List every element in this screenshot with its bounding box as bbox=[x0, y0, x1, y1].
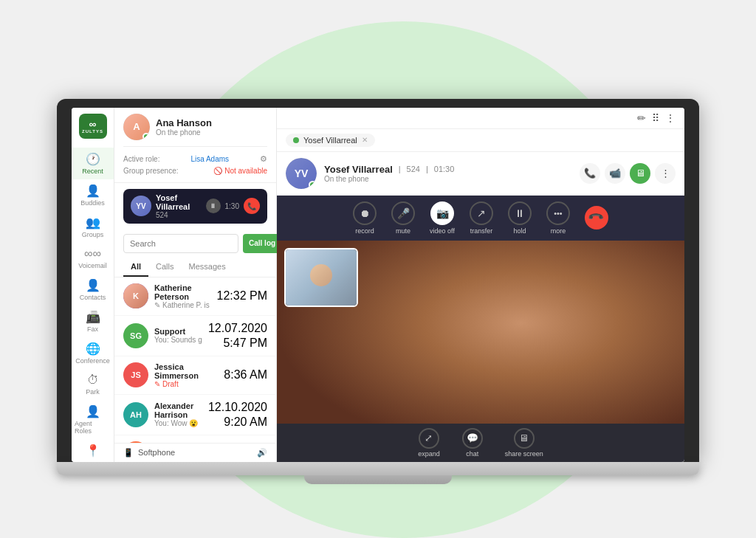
sidebar-item-label: Groups bbox=[82, 231, 104, 238]
gear-icon[interactable]: ⚙ bbox=[260, 154, 267, 164]
expand-button[interactable]: ⤢ bbox=[419, 428, 439, 449]
typing-icon: ✎ bbox=[154, 301, 160, 309]
caller-status-dot bbox=[293, 137, 299, 143]
end-call-button[interactable]: 📞 bbox=[244, 198, 260, 214]
sidebar-item-fax[interactable]: 📠 Fax bbox=[72, 306, 114, 337]
agent-roles-icon: 👤 bbox=[86, 404, 100, 418]
chat-action[interactable]: 💬 chat bbox=[462, 428, 483, 458]
hold-control[interactable]: ⏸ hold bbox=[508, 201, 532, 235]
sidebar-item-park[interactable]: ⏱ Park bbox=[72, 369, 114, 400]
hold-button[interactable]: ⏸ bbox=[508, 201, 532, 225]
sidebar-item-groups[interactable]: 👥 Groups bbox=[72, 211, 114, 243]
user-name: Ana Hanson bbox=[156, 117, 212, 128]
sidebar-item-voicemail[interactable]: ∞∞ Voicemail bbox=[72, 243, 114, 274]
expand-action[interactable]: ⤢ expand bbox=[418, 428, 440, 458]
contact-name: Alexander Harrison bbox=[154, 401, 202, 419]
contact-sub: You: Sounds good! Talk... bbox=[154, 336, 202, 344]
screen: ∞ ZULTYS 🕐 Recent 👤 Buddies 👥 G bbox=[72, 108, 684, 462]
transfer-button[interactable]: ↗ bbox=[470, 201, 493, 225]
caller-chip-label: Yosef Villarreal bbox=[303, 136, 357, 145]
sidebar-item-recent[interactable]: 🕐 Recent bbox=[72, 148, 114, 179]
sidebar-item-conference[interactable]: 🌐 Conference bbox=[72, 337, 114, 369]
contact-panel: A Ana Hanson On the phone Active role: L… bbox=[114, 108, 277, 462]
draft-icon: ✎ bbox=[154, 380, 160, 388]
list-item[interactable]: SG Support You: Sounds good! Talk... 12.… bbox=[114, 316, 276, 356]
laptop-base bbox=[57, 462, 699, 475]
video-action-button[interactable]: 📹 bbox=[605, 163, 625, 184]
phone-action-button[interactable]: 📞 bbox=[580, 163, 600, 184]
online-indicator bbox=[309, 181, 317, 189]
volume-icon[interactable]: 🔊 bbox=[257, 448, 267, 458]
list-item[interactable]: AG Alice Gordon 📞 Missed audio call 12.0… bbox=[114, 435, 276, 443]
end-call-button[interactable]: 📞 bbox=[580, 201, 613, 234]
list-item[interactable]: K Katherine Peterson ✎ Katherine P. is t… bbox=[114, 277, 276, 316]
contacts-icon: 👤 bbox=[86, 278, 100, 292]
sidebar-item-label: Agent Roles bbox=[75, 420, 111, 435]
tab-calls[interactable]: Calls bbox=[148, 258, 181, 277]
voicemail-icon: ∞∞ bbox=[84, 247, 101, 261]
caller-chip-bar: Yosef Villarreal ✕ bbox=[277, 129, 684, 152]
list-item[interactable]: AH Alexander Harrison You: Wow 😮 12.10.2… bbox=[114, 395, 276, 435]
contact-list: K Katherine Peterson ✎ Katherine P. is t… bbox=[114, 277, 276, 443]
status-indicator bbox=[142, 133, 150, 140]
transfer-control[interactable]: ↗ transfer bbox=[470, 201, 493, 235]
softphone-label: Softphone bbox=[138, 448, 175, 457]
chat-button[interactable]: 💬 bbox=[462, 428, 483, 449]
user-info: Ana Hanson On the phone bbox=[156, 117, 212, 137]
video-area bbox=[277, 241, 684, 424]
location-icon: 📍 bbox=[86, 444, 100, 458]
share-screen-action[interactable]: 🖥 share screen bbox=[505, 428, 543, 458]
tab-messages[interactable]: Messages bbox=[182, 258, 233, 277]
app-topbar: ✏ ⠿ ⋮ bbox=[277, 108, 684, 129]
active-role-label: Active role: bbox=[123, 155, 159, 163]
recent-icon: 🕐 bbox=[86, 152, 100, 166]
mute-button[interactable]: 🎤 bbox=[391, 201, 415, 225]
more-options-icon[interactable]: ⋮ bbox=[665, 112, 676, 124]
video-off-label: video off bbox=[430, 227, 455, 235]
end-call-control[interactable]: 📞 bbox=[585, 206, 608, 230]
call-log-button[interactable]: Call log bbox=[243, 234, 281, 253]
record-button[interactable]: ⏺ bbox=[353, 201, 377, 225]
groups-icon: 👥 bbox=[86, 215, 100, 230]
more-label: more bbox=[551, 227, 566, 235]
share-screen-button[interactable]: 🖥 bbox=[514, 428, 535, 449]
contact-time: 8:36 AM bbox=[224, 368, 267, 382]
edit-icon[interactable]: ✏ bbox=[637, 112, 646, 124]
sidebar-item-contacts[interactable]: 👤 Contacts bbox=[72, 274, 114, 306]
video-off-control[interactable]: 📷 video off bbox=[430, 201, 455, 235]
unavailable-icon: 🚫 bbox=[213, 167, 222, 175]
fax-icon: 📠 bbox=[86, 310, 100, 324]
active-role-value: Lisa Adams bbox=[190, 155, 229, 163]
caller-separator: | bbox=[399, 165, 401, 173]
group-presence-value: 🚫 Not available bbox=[213, 167, 267, 175]
more-action-button[interactable]: ⋮ bbox=[655, 163, 676, 184]
caller-ext: 524 bbox=[407, 165, 420, 173]
caller-status: On the phone bbox=[324, 175, 572, 183]
buddies-icon: 👤 bbox=[86, 184, 100, 198]
tab-all[interactable]: All bbox=[123, 258, 148, 277]
active-call-bar: YV Yosef Villarreal 524 ⏸ 1:30 📞 bbox=[123, 189, 267, 224]
screen-action-button[interactable]: 🖥 bbox=[630, 163, 650, 184]
more-control[interactable]: ••• more bbox=[546, 201, 570, 235]
mute-control[interactable]: 🎤 mute bbox=[391, 201, 415, 235]
hold-label: hold bbox=[513, 227, 526, 235]
sidebar-item-agent-roles[interactable]: 👤 Agent Roles bbox=[72, 400, 114, 439]
call-info: Yosef Villarreal 524 bbox=[156, 193, 202, 219]
contact-sub: You: Wow 😮 bbox=[154, 419, 202, 427]
grid-icon[interactable]: ⠿ bbox=[652, 112, 659, 124]
group-presence-row: Group presence: 🚫 Not available bbox=[123, 165, 267, 176]
chip-close-icon[interactable]: ✕ bbox=[362, 136, 368, 144]
record-control[interactable]: ⏺ record bbox=[353, 201, 377, 235]
list-item[interactable]: JS Jessica Simmerson ✎ Draft 8:36 AM bbox=[114, 356, 276, 395]
video-off-button[interactable]: 📷 bbox=[430, 201, 454, 225]
sidebar-item-location[interactable]: 📍 bbox=[72, 439, 114, 462]
more-button[interactable]: ••• bbox=[546, 201, 570, 225]
contact-avatar: JS bbox=[123, 362, 148, 387]
sidebar-item-buddies[interactable]: 👤 Buddies bbox=[72, 179, 114, 211]
scene: ∞ ZULTYS 🕐 Recent 👤 Buddies 👥 G bbox=[0, 0, 756, 538]
chat-label: chat bbox=[466, 450, 478, 458]
contact-time: 12.07.2020 5:47 PM bbox=[208, 322, 267, 350]
active-user: A Ana Hanson On the phone bbox=[123, 114, 267, 147]
search-input[interactable] bbox=[123, 234, 238, 253]
pause-button[interactable]: ⏸ bbox=[206, 199, 221, 213]
